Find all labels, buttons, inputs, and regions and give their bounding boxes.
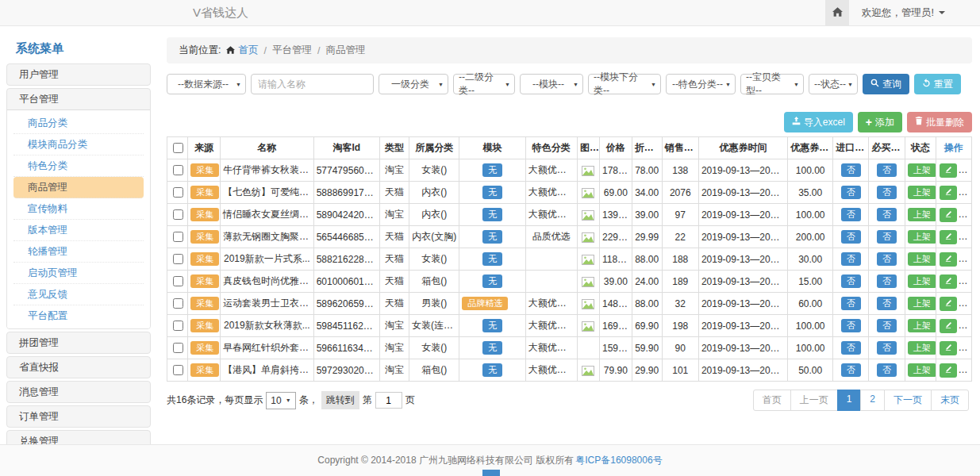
pagination-2[interactable]: 2	[860, 390, 885, 411]
status-toggle[interactable]: 上架	[908, 319, 936, 332]
import-select-toggle[interactable]: 否	[841, 186, 861, 199]
module-badge[interactable]: 无	[482, 341, 502, 355]
breadcrumb-home-link[interactable]: 首页	[226, 44, 258, 57]
module-badge[interactable]: 无	[482, 319, 502, 332]
row-checkbox[interactable]	[173, 343, 183, 353]
data-source-select[interactable]: --数据来源--▼	[167, 74, 246, 94]
import-select-toggle[interactable]: 否	[841, 341, 861, 355]
must-buy-toggle[interactable]: 否	[877, 274, 897, 288]
sidebar-section-订单管理[interactable]: 订单管理	[7, 406, 150, 427]
per-page-select[interactable]: 10 ▼	[266, 392, 295, 409]
edit-button[interactable]	[940, 252, 957, 267]
name-input[interactable]	[251, 74, 374, 94]
pagination-首页[interactable]: 首页	[753, 390, 791, 411]
must-buy-toggle[interactable]: 否	[877, 363, 897, 377]
sidebar-item-轮播管理[interactable]: 轮播管理	[13, 241, 144, 263]
page-number-input[interactable]	[375, 392, 402, 409]
must-buy-toggle[interactable]: 否	[877, 319, 897, 332]
sidebar-item-宣传物料[interactable]: 宣传物料	[13, 198, 144, 220]
sidebar-item-平台配置[interactable]: 平台配置	[13, 305, 144, 326]
must-buy-toggle[interactable]: 否	[877, 230, 897, 244]
jump-button[interactable]: 跳转到	[321, 391, 359, 409]
sidebar-item-意见反馈[interactable]: 意见反馈	[13, 284, 144, 305]
sidebar-section-平台管理[interactable]: 平台管理	[7, 89, 150, 109]
must-buy-toggle[interactable]: 否	[877, 208, 897, 221]
sidebar-section-用户管理[interactable]: 用户管理	[7, 64, 150, 85]
status-select[interactable]: --状态--▼	[809, 74, 858, 94]
pagination-1[interactable]: 1	[837, 390, 862, 411]
import-select-toggle[interactable]: 否	[841, 274, 861, 288]
module-badge[interactable]: 品牌精选	[462, 297, 508, 310]
module-badge[interactable]: 无	[482, 363, 502, 377]
sidebar-section-拼团管理[interactable]: 拼团管理	[7, 332, 150, 353]
module-badge[interactable]: 无	[482, 186, 502, 199]
status-toggle[interactable]: 上架	[908, 163, 936, 177]
must-buy-toggle[interactable]: 否	[877, 163, 897, 177]
must-buy-toggle[interactable]: 否	[877, 297, 897, 310]
status-toggle[interactable]: 上架	[908, 186, 936, 199]
must-buy-toggle[interactable]: 否	[877, 186, 897, 199]
import-excel-button[interactable]: 导入excel	[784, 112, 853, 132]
status-toggle[interactable]: 上架	[908, 230, 936, 244]
import-select-toggle[interactable]: 否	[841, 163, 861, 177]
pagination-上一页[interactable]: 上一页	[790, 390, 838, 411]
sidebar-item-版本管理[interactable]: 版本管理	[13, 220, 144, 241]
import-select-toggle[interactable]: 否	[841, 319, 861, 332]
status-toggle[interactable]: 上架	[908, 363, 936, 377]
module-select[interactable]: --模块--▼	[520, 74, 583, 94]
sidebar-item-启动页管理[interactable]: 启动页管理	[13, 263, 144, 284]
batch-delete-button[interactable]: 批量删除	[907, 112, 972, 132]
edit-button[interactable]	[940, 163, 957, 178]
search-button[interactable]: 查询	[863, 74, 909, 94]
row-checkbox[interactable]	[173, 298, 183, 309]
back-to-top-button[interactable]	[482, 470, 500, 476]
reset-button[interactable]: 重置	[914, 74, 961, 94]
import-select-toggle[interactable]: 否	[841, 208, 861, 221]
must-buy-toggle[interactable]: 否	[877, 341, 897, 355]
select-all-checkbox[interactable]	[173, 143, 183, 153]
sidebar-item-商品分类[interactable]: 商品分类	[13, 113, 144, 134]
edit-button[interactable]	[940, 274, 957, 289]
edit-button[interactable]	[940, 319, 957, 333]
sidebar-item-商品管理[interactable]: 商品管理	[13, 177, 144, 198]
edit-button[interactable]	[940, 297, 957, 311]
sidebar-section-兑换管理[interactable]: 兑换管理	[7, 431, 150, 444]
edit-button[interactable]	[940, 208, 957, 222]
module-badge[interactable]: 无	[482, 230, 502, 244]
import-select-toggle[interactable]: 否	[841, 230, 861, 244]
icp-link[interactable]: 粤ICP备16098006号	[575, 454, 662, 467]
sidebar-item-特色分类[interactable]: 特色分类	[13, 155, 144, 177]
module-subcategory-select[interactable]: --模块下分类--▼	[588, 74, 661, 94]
status-toggle[interactable]: 上架	[908, 297, 936, 310]
must-buy-toggle[interactable]: 否	[877, 252, 897, 266]
row-checkbox[interactable]	[173, 254, 183, 264]
edit-button[interactable]	[940, 186, 957, 200]
row-checkbox[interactable]	[173, 276, 183, 286]
status-toggle[interactable]: 上架	[908, 208, 936, 221]
home-button[interactable]	[825, 0, 849, 25]
sidebar-section-省直快报[interactable]: 省直快报	[7, 357, 150, 378]
import-select-toggle[interactable]: 否	[841, 252, 861, 266]
row-checkbox[interactable]	[173, 165, 183, 175]
row-checkbox[interactable]	[173, 232, 183, 242]
import-select-toggle[interactable]: 否	[841, 363, 861, 377]
edit-button[interactable]	[940, 341, 957, 355]
edit-button[interactable]	[940, 230, 957, 244]
add-button[interactable]: + 添加	[858, 112, 902, 132]
item-type-select[interactable]: --宝贝类型--▼	[740, 74, 804, 94]
module-badge[interactable]: 无	[482, 252, 502, 266]
status-toggle[interactable]: 上架	[908, 252, 936, 266]
module-badge[interactable]: 无	[482, 208, 502, 221]
status-toggle[interactable]: 上架	[908, 274, 936, 288]
row-checkbox[interactable]	[173, 209, 183, 220]
level1-category-select[interactable]: 一级分类▼	[379, 74, 448, 94]
row-checkbox[interactable]	[173, 187, 183, 198]
sidebar-item-模块商品分类[interactable]: 模块商品分类	[13, 134, 144, 155]
status-toggle[interactable]: 上架	[908, 341, 936, 355]
import-select-toggle[interactable]: 否	[841, 297, 861, 310]
sidebar-section-消息管理[interactable]: 消息管理	[7, 382, 150, 402]
row-checkbox[interactable]	[173, 365, 183, 375]
user-menu[interactable]: 欢迎您，管理员!	[849, 6, 980, 20]
feature-category-select[interactable]: --特色分类--▼	[666, 74, 736, 94]
level2-category-select[interactable]: --二级分类--▼	[453, 74, 515, 94]
